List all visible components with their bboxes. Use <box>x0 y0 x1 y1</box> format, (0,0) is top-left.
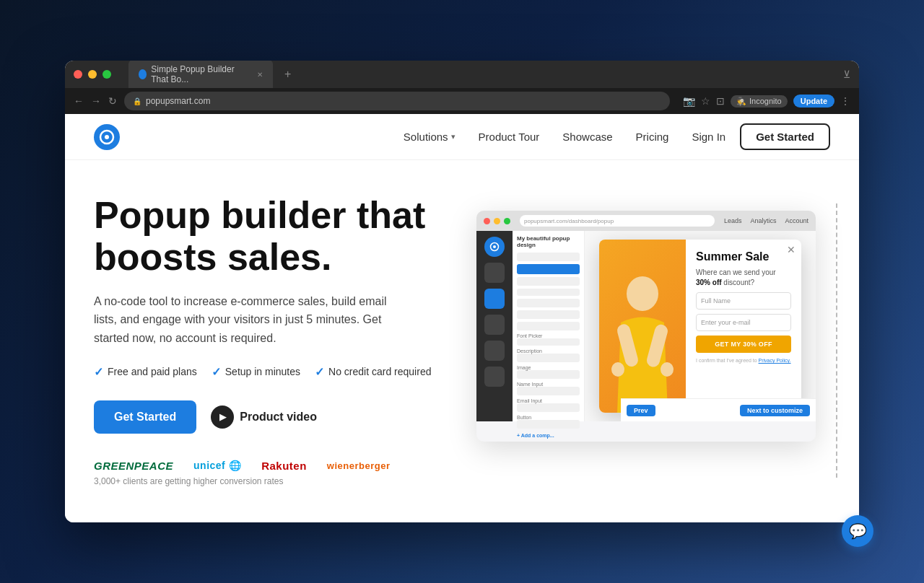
mockup-sidebar-icon-3 <box>484 315 505 335</box>
logo-icon <box>94 124 120 150</box>
leads-tab[interactable]: Leads <box>724 217 742 224</box>
panel-item-12 <box>517 420 580 429</box>
bookmark-icon[interactable]: ☆ <box>701 95 710 107</box>
panel-item-3 <box>517 277 580 286</box>
panel-item-label-3: Image <box>517 365 580 370</box>
back-button[interactable]: ← <box>74 95 84 107</box>
browser-tab[interactable]: Simple Popup Builder That Bo... ✕ <box>128 61 273 89</box>
mockup-panel: My beautiful popup design Font Picker <box>513 231 585 421</box>
update-button[interactable]: Update <box>793 95 834 108</box>
panel-item-2[interactable] <box>517 264 580 274</box>
checkmark-icon-3: ✓ <box>315 365 324 379</box>
mockup-sidebar <box>476 231 513 421</box>
get-started-nav-button[interactable]: Get Started <box>740 123 830 150</box>
menu-icon[interactable]: ⋮ <box>840 95 850 107</box>
check-label-free-plans: Free and paid plans <box>108 366 197 377</box>
panel-item-label-1: Font Picker <box>517 333 580 338</box>
mockup-prev-button[interactable]: Prev <box>627 405 655 416</box>
panel-item-6 <box>517 322 580 330</box>
panel-item-10 <box>517 387 580 395</box>
hero-right: popupsmart.com/dashboard/popup Leads Ana… <box>476 189 830 492</box>
panel-item-label-2: Description <box>517 349 580 354</box>
nav-links: Solutions ▾ Product Tour Showcase Pricin… <box>404 131 669 144</box>
mockup-sidebar-icon-4 <box>484 341 505 361</box>
popup-subtitle-part1: Where can we send your <box>696 268 776 276</box>
mockup-titlebar: popupsmart.com/dashboard/popup Leads Ana… <box>476 211 816 231</box>
tab-favicon-icon <box>139 69 147 79</box>
new-tab-icon[interactable]: + <box>284 68 291 81</box>
minimize-window-button[interactable] <box>88 70 97 79</box>
add-component-label[interactable]: + Add a comp... <box>517 433 580 438</box>
browser-actions: 📷 ☆ ⊡ 🕵 Incognito Update ⋮ <box>683 95 850 108</box>
mockup-next-button[interactable]: Next to customize <box>740 405 810 416</box>
url-text: popupsmart.com <box>146 96 210 106</box>
sign-in-link[interactable]: Sign In <box>692 131 725 143</box>
chat-icon: 💬 <box>849 522 867 540</box>
solutions-link[interactable]: Solutions <box>404 131 448 143</box>
maximize-window-button[interactable] <box>103 70 111 79</box>
analytics-tab[interactable]: Analytics <box>750 217 776 224</box>
check-item-free-plans: ✓ Free and paid plans <box>94 365 197 379</box>
page-content: Solutions ▾ Product Tour Showcase Pricin… <box>65 114 859 522</box>
tab-title: Simple Popup Builder That Bo... <box>151 64 250 84</box>
check-item-no-credit: ✓ No credit card required <box>315 365 431 379</box>
account-tab[interactable]: Account <box>785 217 808 224</box>
popup-email-placeholder: Enter your e-mail <box>701 319 751 326</box>
brands-section: GREENPEACE unicef 🌐 Rakuten wienerberger… <box>94 460 448 486</box>
panel-item-11 <box>517 403 580 412</box>
incognito-icon: 🕵 <box>736 97 746 106</box>
brand-greenpeace: GREENPEACE <box>94 460 173 472</box>
brand-tagline: 3,000+ clients are getting higher conver… <box>94 476 448 486</box>
browser-titlebar: Simple Popup Builder That Bo... ✕ + ⊻ <box>65 61 859 88</box>
brand-unicef: unicef 🌐 <box>193 460 241 471</box>
logo[interactable] <box>94 124 120 150</box>
checkmark-icon-2: ✓ <box>212 365 221 379</box>
minimize-icon[interactable]: ⊻ <box>843 69 850 80</box>
nav-item-solutions[interactable]: Solutions ▾ <box>404 131 456 143</box>
popup-disclaimer-link[interactable]: Privacy Policy. <box>759 358 791 363</box>
panel-item-8 <box>517 354 580 362</box>
nav-item-pricing[interactable]: Pricing <box>636 131 669 143</box>
popup-cta-button[interactable]: GET MY 30% OFF <box>696 336 791 353</box>
svg-point-4 <box>627 276 658 311</box>
nav-item-showcase[interactable]: Showcase <box>562 131 612 143</box>
check-label-setup: Setup in minutes <box>225 366 300 377</box>
refresh-button[interactable]: ↻ <box>108 95 117 107</box>
popup-close-button[interactable]: ✕ <box>787 244 796 255</box>
address-bar[interactable]: 🔒 popupsmart.com <box>124 92 670 110</box>
popup-discount: 30% off <box>696 279 722 286</box>
forward-button[interactable]: → <box>91 95 101 107</box>
mockup-body: My beautiful popup design Font Picker <box>476 231 816 421</box>
popup-disclaimer-text: I confirm that I've agreed to <box>696 358 759 363</box>
panel-item-label-5: Email Input <box>517 398 580 403</box>
panel-item-label-4: Name Input <box>517 382 580 387</box>
checkmark-icon: ✓ <box>94 365 103 379</box>
incognito-badge: 🕵 Incognito <box>731 95 788 108</box>
close-window-button[interactable] <box>74 70 82 79</box>
get-started-hero-button[interactable]: Get Started <box>94 400 196 434</box>
product-video-button[interactable]: ▶ Product video <box>211 406 317 429</box>
hero-actions: Get Started ▶ Product video <box>94 400 448 434</box>
brand-wienerberger: wienerberger <box>327 460 391 471</box>
mockup-logo-icon <box>484 237 505 257</box>
check-label-no-credit: No credit card required <box>328 366 431 377</box>
mockup-tab-bar: Leads Analytics Account <box>724 217 808 224</box>
tab-close-icon[interactable]: ✕ <box>257 71 263 79</box>
mockup-url-bar: popupsmart.com/dashboard/popup <box>520 215 715 227</box>
svg-point-8 <box>661 362 674 377</box>
popup-person-figure <box>610 268 675 413</box>
hero-checks: ✓ Free and paid plans ✓ Setup in minutes… <box>94 365 448 379</box>
chat-widget-button[interactable]: 💬 <box>842 515 873 547</box>
brands-list: GREENPEACE unicef 🌐 Rakuten wienerberger <box>94 460 448 472</box>
panel-item-7 <box>517 338 580 346</box>
panel-item-4 <box>517 299 580 307</box>
mockup-close-dot <box>484 218 490 224</box>
play-icon: ▶ <box>211 406 234 429</box>
popup-image <box>599 240 686 413</box>
popup-name-input[interactable]: Full Name <box>696 292 791 310</box>
nav-item-product-tour[interactable]: Product Tour <box>479 131 540 143</box>
product-mockup: popupsmart.com/dashboard/popup Leads Ana… <box>476 203 830 478</box>
nav-cta: Sign In Get Started <box>692 123 830 150</box>
mockup-nav-bar: Prev Next to customize <box>621 398 816 421</box>
popup-email-input[interactable]: Enter your e-mail <box>696 314 791 331</box>
